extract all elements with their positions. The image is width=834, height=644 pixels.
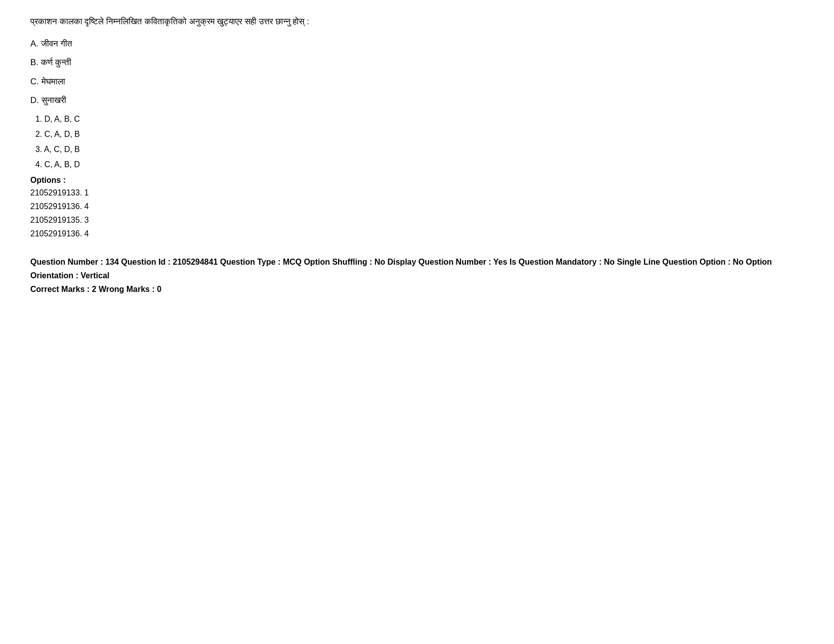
- options-label: Options :: [30, 176, 804, 185]
- answer-choice-4-num: 4.: [35, 160, 42, 169]
- answer-choice-2: 2. C, A, D, B: [35, 128, 804, 140]
- answer-choice-1: 1. D, A, B, C: [35, 113, 804, 125]
- answer-choice-2-text: C, A, D, B: [44, 130, 80, 138]
- option-b-text: कर्ण कुन्ती: [41, 58, 71, 67]
- answer-choice-1-text: D, A, B, C: [44, 115, 80, 123]
- option-d-label: D.: [30, 95, 39, 105]
- option-row-3: 21052919135. 3: [30, 214, 804, 226]
- option-d-text: सुनाखरी: [41, 95, 66, 105]
- answer-choice-3-text: A, C, D, B: [44, 145, 80, 154]
- answer-choice-4: 4. C, A, B, D: [35, 159, 804, 171]
- answer-choices: 1. D, A, B, C 2. C, A, D, B 3. A, C, D, …: [35, 113, 804, 171]
- option-c-label: C.: [30, 77, 39, 86]
- answer-choice-4-text: C, A, B, D: [44, 160, 80, 169]
- option-row-4-val: 4: [84, 229, 89, 238]
- option-row-4: 21052919136. 4: [30, 228, 804, 240]
- question-text: प्रकाशन कालका दृष्टिले निम्नलिखित कविताक…: [30, 15, 804, 28]
- option-row-3-id: 21052919135: [30, 216, 80, 224]
- option-c-text: मेघमाला: [41, 77, 65, 86]
- question-meta: Question Number : 134 Question Id : 2105…: [30, 255, 804, 296]
- option-row-1: 21052919133. 1: [30, 187, 804, 199]
- option-a-label: A.: [30, 39, 38, 48]
- option-d: D. सुनाखरी: [30, 94, 804, 107]
- option-row-2: 21052919136. 4: [30, 201, 804, 213]
- option-a: A. जीवन गीत: [30, 37, 804, 51]
- option-b-label: B.: [30, 58, 38, 67]
- answer-choice-1-num: 1.: [35, 115, 42, 123]
- option-row-4-id: 21052919136: [30, 229, 80, 238]
- option-c: C. मेघमाला: [30, 75, 804, 88]
- option-rows-list: 21052919133. 1 21052919136. 4 2105291913…: [30, 187, 804, 240]
- option-row-3-val: 3: [84, 216, 89, 224]
- answer-choice-3: 3. A, C, D, B: [35, 143, 804, 156]
- answer-choice-3-num: 3.: [35, 145, 42, 154]
- option-a-text: जीवन गीत: [41, 39, 72, 48]
- option-b: B. कर्ण कुन्ती: [30, 56, 804, 69]
- meta-line-2: Correct Marks : 2 Wrong Marks : 0: [30, 282, 804, 296]
- answer-choice-2-num: 2.: [35, 130, 42, 138]
- question-container: प्रकाशन कालका दृष्टिले निम्नलिखित कविताक…: [30, 15, 804, 296]
- options-list: A. जीवन गीत B. कर्ण कुन्ती C. मेघमाला D.…: [30, 37, 804, 107]
- meta-line-1: Question Number : 134 Question Id : 2105…: [30, 255, 804, 282]
